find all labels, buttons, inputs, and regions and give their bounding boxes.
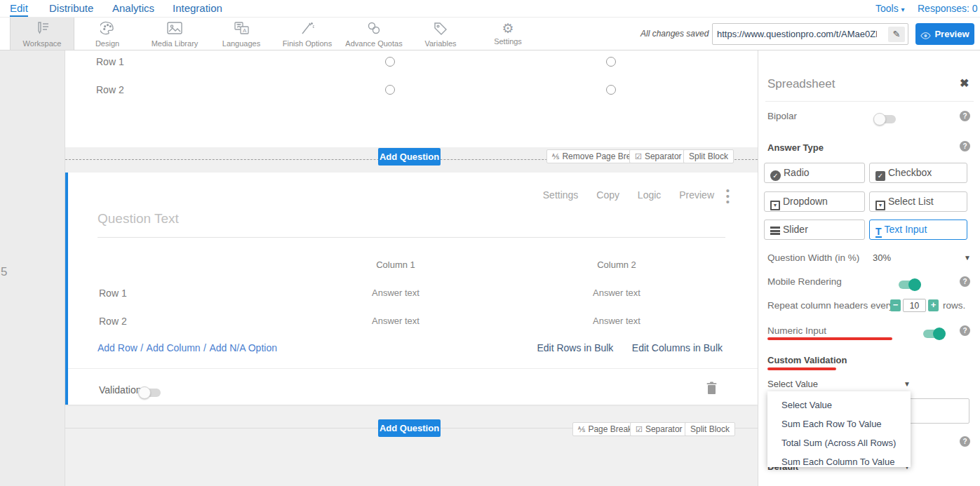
- toolbar-item-design[interactable]: Design: [88, 18, 127, 50]
- edit-rows-bulk-link[interactable]: Edit Rows in Bulk: [537, 342, 613, 353]
- checkbox-check-icon: ✓: [875, 171, 885, 181]
- help-icon[interactable]: ?: [960, 325, 970, 336]
- split-block-button[interactable]: Split Block: [683, 149, 734, 163]
- button-label: Split Block: [689, 151, 728, 161]
- radio-button[interactable]: [606, 85, 616, 95]
- checkbox-icon: ☑: [636, 425, 643, 433]
- tools-label: Tools: [875, 3, 899, 14]
- repeat-rows-input[interactable]: [903, 299, 926, 312]
- page-break-icon: ⅍: [578, 425, 585, 433]
- red-annotation-underline: [767, 337, 892, 340]
- plus-stepper-button[interactable]: +: [928, 299, 939, 311]
- survey-url-input[interactable]: [713, 24, 881, 44]
- bipolar-label: Bipolar: [767, 111, 797, 121]
- delete-question-trash-icon[interactable]: [706, 382, 717, 397]
- button-label: Page Break: [588, 424, 632, 434]
- nav-edit[interactable]: Edit: [10, 2, 28, 17]
- help-icon[interactable]: ?: [960, 276, 970, 287]
- add-question-button[interactable]: Add Question: [378, 419, 441, 437]
- answer-type-select-list[interactable]: ▼Select List: [869, 191, 967, 212]
- mobile-rendering-toggle[interactable]: [899, 281, 920, 289]
- responses-count[interactable]: Responses: 0: [918, 3, 978, 14]
- question-width-value[interactable]: 30%: [873, 252, 891, 263]
- add-column-link[interactable]: Add Column: [147, 342, 201, 353]
- add-question-button[interactable]: Add Question: [378, 148, 441, 166]
- answer-type-slider[interactable]: Slider: [764, 220, 865, 240]
- row-label[interactable]: Row 1: [99, 288, 127, 299]
- toolbar-item-media-library[interactable]: Media Library: [147, 18, 202, 50]
- custom-validation-select[interactable]: Select Value: [767, 379, 818, 389]
- help-icon[interactable]: ?: [960, 141, 970, 151]
- add-na-option-link[interactable]: Add N/A Option: [209, 342, 277, 353]
- dropdown-option-sum-each-row[interactable]: Sum Each Row To Value: [767, 414, 911, 433]
- radio-check-icon: ✓: [770, 170, 781, 181]
- toolbar-item-label: Workspace: [11, 39, 74, 48]
- toolbar-item-workspace[interactable]: Workspace: [10, 18, 74, 50]
- tools-menu[interactable]: Tools ▾: [875, 3, 905, 14]
- answer-type-label: Select List: [888, 196, 934, 207]
- question-copy-link[interactable]: Copy: [596, 189, 619, 201]
- answer-cell[interactable]: Answer text: [340, 288, 452, 298]
- answer-type-dropdown[interactable]: ▼Dropdown: [764, 191, 865, 212]
- more-options-icon[interactable]: •••: [726, 188, 730, 205]
- custom-validation-label: Custom Validation: [767, 355, 847, 365]
- preview-button[interactable]: Preview: [915, 23, 974, 45]
- answer-type-checkbox[interactable]: ✓Checkbox: [869, 163, 967, 183]
- column-header[interactable]: Column 1: [340, 259, 452, 270]
- dropdown-option-sum-each-column[interactable]: Sum Each Column To Value: [767, 452, 911, 471]
- toolbar-item-variables[interactable]: Variables: [419, 18, 462, 50]
- radio-button[interactable]: [606, 57, 616, 67]
- validation-toggle[interactable]: [140, 389, 161, 397]
- bipolar-toggle[interactable]: [875, 115, 896, 123]
- help-icon[interactable]: ?: [960, 111, 970, 121]
- question-text-underline: [98, 237, 725, 238]
- radio-button[interactable]: [385, 85, 395, 95]
- answer-cell[interactable]: Answer text: [340, 316, 452, 326]
- chevron-down-icon[interactable]: ▼: [904, 380, 911, 388]
- page-break-button[interactable]: ⅍Page Break: [572, 422, 638, 436]
- toolbar-item-settings[interactable]: ⚙ Settings: [490, 18, 526, 50]
- toolbar-item-label: Variables: [419, 39, 462, 48]
- dropdown-option-select-value[interactable]: Select Value: [767, 396, 911, 414]
- dropdown-option-total-sum[interactable]: Total Sum (Across All Rows): [767, 433, 911, 452]
- minus-stepper-button[interactable]: −: [890, 299, 901, 311]
- row-column-links: Add Row / Add Column / Add N/A Option: [98, 342, 277, 354]
- chevron-down-icon[interactable]: ▼: [964, 254, 971, 262]
- toolbar-item-advance-quotas[interactable]: Advance Quotas: [343, 18, 405, 50]
- add-row-link[interactable]: Add Row: [98, 342, 137, 353]
- toolbar-item-languages[interactable]: A Languages: [220, 18, 262, 50]
- answer-cell[interactable]: Answer text: [561, 288, 673, 298]
- radio-button[interactable]: [385, 57, 395, 67]
- nav-analytics[interactable]: Analytics: [112, 2, 154, 14]
- edit-url-pencil-icon[interactable]: ✎: [888, 27, 905, 42]
- answer-type-radio[interactable]: ✓Radio: [764, 163, 865, 183]
- mobile-rendering-label: Mobile Rendering: [767, 276, 842, 287]
- question-preview-link[interactable]: Preview: [679, 189, 714, 201]
- rows-suffix-label: rows.: [943, 300, 965, 311]
- close-icon[interactable]: ✖: [960, 76, 969, 90]
- answer-type-text-input[interactable]: TText Input: [869, 220, 967, 240]
- row-label[interactable]: Row 2: [99, 316, 127, 327]
- toolbar-item-finish-options[interactable]: Finish Options: [279, 18, 335, 50]
- page-break-bar-bottom: Add Question ⅍Page Break ☑Separator Spli…: [65, 405, 758, 447]
- question-text-input[interactable]: Question Text: [98, 211, 179, 227]
- link-separator: /: [140, 342, 143, 353]
- top-nav: Edit Distribute Analytics Integration To…: [0, 0, 980, 18]
- question-logic-link[interactable]: Logic: [638, 189, 661, 201]
- column-header[interactable]: Column 2: [561, 259, 673, 270]
- answer-cell[interactable]: Answer text: [561, 316, 673, 326]
- media-library-icon: [166, 21, 183, 36]
- separator-button[interactable]: ☑Separator: [629, 149, 687, 163]
- numeric-input-toggle[interactable]: [923, 330, 944, 338]
- question-settings-link[interactable]: Settings: [543, 189, 579, 201]
- help-icon[interactable]: ?: [960, 436, 970, 447]
- separator-button[interactable]: ☑Separator: [630, 422, 688, 436]
- nav-distribute[interactable]: Distribute: [49, 2, 93, 14]
- page-break-bar-top: Add Question ⅍Remove Page Break ☑Separat…: [65, 147, 758, 173]
- link-separator: /: [203, 342, 206, 353]
- split-block-button[interactable]: Split Block: [685, 422, 735, 436]
- answer-type-label: Slider: [783, 224, 808, 235]
- edit-columns-bulk-link[interactable]: Edit Columns in Bulk: [632, 342, 723, 353]
- slider-bars-icon: [770, 227, 780, 235]
- nav-integration[interactable]: Integration: [173, 2, 222, 14]
